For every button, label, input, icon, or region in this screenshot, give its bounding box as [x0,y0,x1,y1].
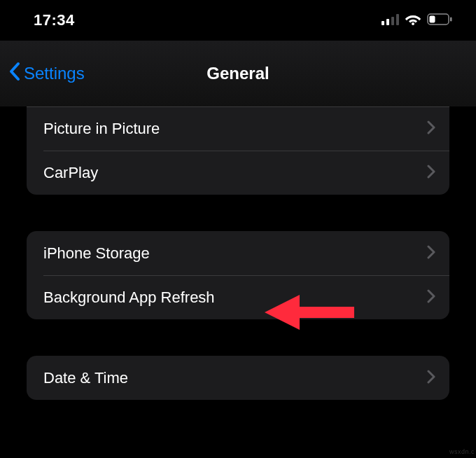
row-iphone-storage[interactable]: iPhone Storage [27,231,449,275]
row-picture-in-picture[interactable]: Picture in Picture [27,106,449,151]
status-time: 17:34 [34,11,75,29]
row-date-time[interactable]: Date & Time [27,356,449,400]
cellular-icon [382,11,399,29]
svg-rect-1 [386,19,389,25]
svg-rect-7 [450,18,452,22]
settings-group-3: Date & Time [27,356,449,400]
chevron-right-icon [427,289,435,306]
svg-rect-2 [391,17,394,25]
svg-rect-3 [396,14,399,25]
status-indicators [382,11,452,29]
settings-group-1: Picture in Picture CarPlay [27,106,449,195]
chevron-right-icon [427,165,435,181]
svg-rect-6 [430,16,435,23]
row-background-app-refresh[interactable]: Background App Refresh [27,275,449,319]
wifi-icon [405,11,421,29]
chevron-left-icon [8,62,21,85]
svg-rect-0 [382,21,384,25]
content: Picture in Picture CarPlay iPhone Storag… [0,106,476,400]
settings-group-2: iPhone Storage Background App Refresh [27,231,449,319]
row-label: Background App Refresh [43,289,427,307]
row-label: Picture in Picture [43,120,427,138]
row-label: CarPlay [43,164,427,182]
back-button[interactable]: Settings [0,62,85,85]
status-bar: 17:34 [0,0,476,41]
chevron-right-icon [427,245,435,262]
back-label: Settings [24,64,85,83]
nav-bar: Settings General [0,41,476,106]
row-label: iPhone Storage [43,244,427,263]
row-carplay[interactable]: CarPlay [27,151,449,195]
chevron-right-icon [427,370,435,387]
svg-point-4 [412,22,414,25]
chevron-right-icon [427,120,435,137]
battery-low-icon [427,11,452,29]
settings-general-screen: 17:34 [0,0,476,458]
watermark: wsxdn.c [449,448,475,455]
row-label: Date & Time [43,369,427,387]
